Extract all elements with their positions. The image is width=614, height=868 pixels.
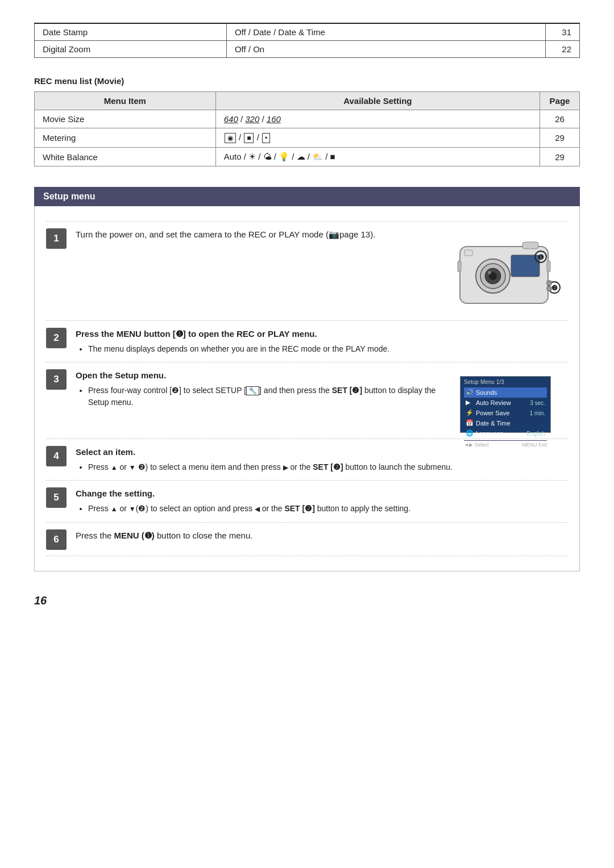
svg-text:❷: ❷ [551,284,558,292]
step-1-row: 1 Turn the power on, and set the camera … [46,227,443,249]
setting-cell: Off / On [226,41,545,58]
movie-size-640: 640 [224,114,238,124]
metering-center-icon: ■ [244,133,254,143]
step-6-row: 6 Press the MENU (❶) button to close the… [46,528,568,550]
dotted-separator-4 [46,439,568,439]
page-number: 16 [34,594,580,607]
step-6-number: 6 [46,529,67,550]
sounds-icon: 🔊 [466,389,474,397]
step-2-left: 2 Press the MENU button [❶] to open the … [46,327,443,356]
col-header-page: Page [540,92,580,110]
step-1-text: Turn the power on, and set the camera to… [76,228,443,241]
svg-text:❶: ❶ [538,253,544,261]
step-5-bullets: Press or (❷) to select an option and pre… [88,503,568,515]
setting-cell: Off / Date / Date & Time [226,23,545,41]
table-row: Movie Size 640 / 320 / 160 26 [35,110,580,128]
step-4-bullet-1: Press or ❷) to select a menu item and th… [88,461,568,474]
svg-point-5 [488,271,491,274]
rec-menu-table: Menu Item Available Setting Page Movie S… [34,91,580,166]
menu-item-sounds-label: Sounds [476,389,545,396]
svg-rect-8 [464,250,472,256]
table-row: Date Stamp Off / Date / Date & Time 31 [35,23,580,41]
setting-cell: 640 / 320 / 160 [215,110,540,128]
item-cell: Date Stamp [35,23,227,41]
setup-menu-screenshot: Setup Menu 1/3 🔊 Sounds ▶ Auto Review 3 … [460,376,551,433]
language-value: English [526,431,545,437]
menu-item-sounds: 🔊 Sounds [464,387,547,398]
step-4-bullets: Press or ❷) to select a menu item and th… [88,461,568,474]
step-4-number: 4 [46,446,67,466]
table-row: Metering ◉ / ■ / • 29 [35,128,580,148]
step-3-bullet-1: Press four-way control [❷] to select SET… [88,385,443,409]
datetime-icon: 📅 [466,419,474,427]
page-cell: 26 [540,110,580,128]
autoreview-icon: ▶ [466,399,474,407]
step-2-text: Press the MENU button [❶] to open the RE… [76,328,443,341]
rec-menu-title: REC menu list (Movie) [34,76,580,86]
page-cell: 31 [546,23,580,41]
step-5-bullet-1: Press or (❷) to select an option and pre… [88,503,568,515]
page-cell: 29 [540,148,580,166]
step-1-content: Turn the power on, and set the camera to… [76,227,443,244]
metering-matrix-icon: • [262,133,270,143]
dotted-separator-5 [46,480,568,481]
menu-item-language: 🌐 Language English [464,428,547,439]
step-1-left: 1 Turn the power on, and set the camera … [46,227,443,315]
step-3-content: Open the Setup menu. Press four-way cont… [76,368,443,410]
menu-item-autoreview: ▶ Auto Review 3 sec. [464,398,547,408]
step-3-menu-screenshot: Setup Menu 1/3 🔊 Sounds ▶ Auto Review 3 … [443,368,568,433]
item-cell: Digital Zoom [35,41,227,58]
page-cell: 22 [546,41,580,58]
dotted-separator-2 [46,320,568,321]
menu-item-powersave: ⚡ Power Save 1 min. [464,408,547,418]
step-4-row: 4 Select an item. Press or ❷) to select … [46,445,568,474]
svg-rect-10 [547,261,550,272]
setup-steps-container: 1 Turn the power on, and set the camera … [34,206,580,571]
step-2-content: Press the MENU button [❶] to open the RE… [76,327,443,356]
step-2-number: 2 [46,328,67,348]
col-header-setting: Available Setting [215,92,540,110]
page-cell: 29 [540,128,580,148]
step-2-row: 2 Press the MENU button [❶] to open the … [46,327,443,356]
item-cell: White Balance [35,148,216,166]
item-cell: Metering [35,128,216,148]
movie-size-160: 160 [267,114,281,124]
setting-cell: Auto / ☀ / 🌤 / 💡 / ☁ / ⛅ / ■ [215,148,540,166]
svg-rect-15 [547,281,551,285]
menu-item-autoreview-label: Auto Review [476,399,530,406]
step-1-camera-image: ❶ ❷ [443,227,568,315]
step-5-row: 5 Change the setting. Press or (❷) to se… [46,486,568,516]
item-cell: Movie Size [35,110,216,128]
dotted-separator-7 [46,556,568,556]
setup-menu-header: Setup menu [34,187,580,206]
setting-cell: ◉ / ■ / • [215,128,540,148]
dotted-separator-6 [46,522,568,523]
step-1-container: 1 Turn the power on, and set the camera … [46,227,568,315]
step-3-bullets: Press four-way control [❷] to select SET… [88,385,443,409]
svg-rect-16 [547,286,551,291]
step-2-bullet-1: The menu displays depends on whether you… [88,343,443,356]
svg-rect-9 [458,261,461,272]
autoreview-value: 3 sec. [530,400,545,406]
step-5-content: Change the setting. Press or (❷) to sele… [76,486,568,516]
step-3-row: 3 Open the Setup menu. Press four-way co… [46,368,443,410]
step-3-text: Open the Setup menu. [76,369,443,382]
step-2-container: 2 Press the MENU button [❶] to open the … [46,327,568,356]
camera-illustration: ❶ ❷ [449,229,562,315]
step-6-text: Press the MENU (❶) button to close the m… [76,529,568,542]
dotted-separator-3 [46,362,568,362]
col-header-item: Menu Item [35,92,216,110]
step-4-text: Select an item. [76,446,568,459]
step-4-content: Select an item. Press or ❷) to select a … [76,445,568,474]
menu-title-bar: Setup Menu 1/3 [464,379,547,385]
menu-item-powersave-label: Power Save [476,410,530,416]
table-row: White Balance Auto / ☀ / 🌤 / 💡 / ☁ / ⛅ /… [35,148,580,166]
step-2-bullets: The menu displays depends on whether you… [88,343,443,356]
step-3-number: 3 [46,369,67,390]
menu-item-datetime: 📅 Date & Time [464,418,547,428]
movie-size-320: 320 [245,114,259,124]
step-1-number: 1 [46,228,67,249]
step-3-container: 3 Open the Setup menu. Press four-way co… [46,368,568,433]
table-header-row: Menu Item Available Setting Page [35,92,580,110]
step-2-image-placeholder [443,327,568,356]
